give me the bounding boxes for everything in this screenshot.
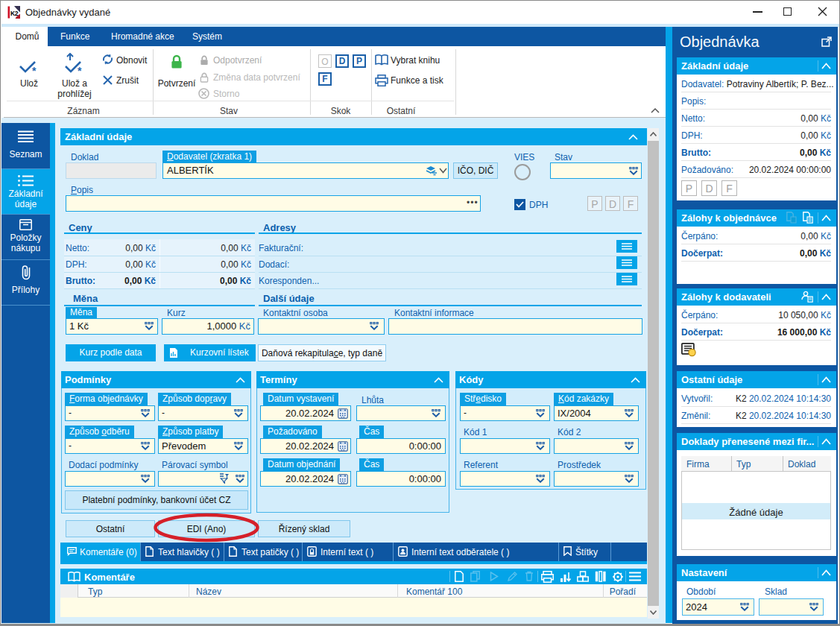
svg-text:*: *	[78, 65, 82, 75]
svg-text:*: *	[32, 65, 37, 75]
svg-text:K2: K2	[10, 10, 19, 17]
